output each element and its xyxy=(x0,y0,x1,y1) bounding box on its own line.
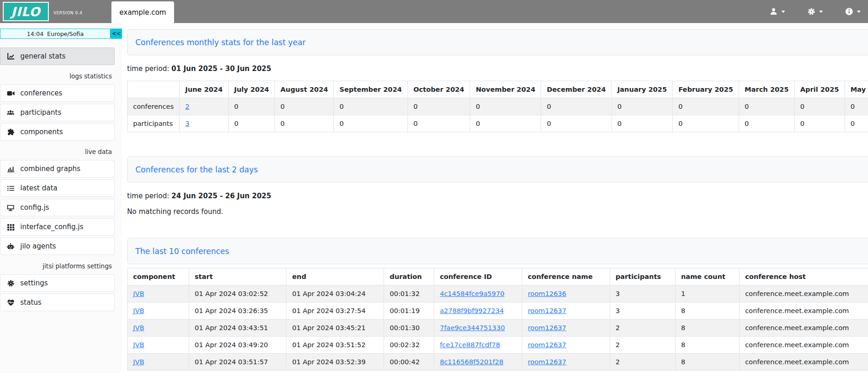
sidebar-item-label: jilo agents xyxy=(20,242,56,250)
sidebar-section-label: live data xyxy=(0,142,115,160)
caret-down-icon xyxy=(857,11,861,13)
desktop-icon xyxy=(6,204,15,212)
sidebar-item-conferences[interactable]: conferences xyxy=(0,84,115,102)
cell-link[interactable]: JVB xyxy=(133,341,144,349)
column-header: May 2025 xyxy=(845,81,868,98)
cell-link[interactable]: 3 xyxy=(185,120,189,127)
column-header: name count xyxy=(675,268,739,285)
section-title-link[interactable]: The last 10 conferences xyxy=(135,247,229,256)
gear-icon xyxy=(807,7,816,16)
column-header: participants xyxy=(610,268,675,285)
settings-menu-button[interactable] xyxy=(807,7,823,16)
column-header: June 2024 xyxy=(180,81,228,98)
column-header: September 2024 xyxy=(334,81,408,98)
table-cell: JVB xyxy=(128,320,189,337)
table-cell: 3 xyxy=(610,285,675,302)
sidebar-item-components[interactable]: components xyxy=(0,123,115,141)
column-header xyxy=(128,81,180,98)
cell-link[interactable]: 8c116568f5201f28 xyxy=(440,358,503,366)
table-cell: 8 xyxy=(675,337,739,354)
table-row: JVB01 Apr 2024 03:43:5101 Apr 2024 03:45… xyxy=(128,320,868,337)
time-period-value: 01 Jun 2025 - 30 Jun 2025 xyxy=(171,65,271,73)
table-cell: 01 Apr 2024 03:49:20 xyxy=(189,337,286,354)
table-cell: 2 xyxy=(610,320,675,337)
column-header: conference name xyxy=(522,268,610,285)
section-header-last-2-days: Conferences for the last 2 days xyxy=(127,156,868,183)
sidebar-item-label: participants xyxy=(20,108,61,117)
info-menu-button[interactable] xyxy=(845,7,861,16)
section-title-link[interactable]: Conferences for the last 2 days xyxy=(135,165,258,174)
table-cell: 1 xyxy=(675,285,739,302)
table-cell: 0 xyxy=(334,98,408,115)
table-cell: fce17ce887fcdf78 xyxy=(434,337,522,354)
user-menu-button[interactable] xyxy=(769,7,785,16)
sidebar-item-settings[interactable]: settings xyxy=(0,274,115,292)
users-icon xyxy=(6,109,15,117)
sidebar-item-jilo-agents[interactable]: jilo agents xyxy=(0,237,115,255)
no-records-message: No matching records found. xyxy=(127,207,868,216)
sidebar-item-interface-config-js[interactable]: interface_config.js xyxy=(0,218,115,236)
table-cell: 8c116568f5201f28 xyxy=(434,354,522,371)
cell-link[interactable]: room12637 xyxy=(528,341,566,349)
column-header: August 2024 xyxy=(275,81,334,98)
table-cell: room12636 xyxy=(522,285,610,302)
table-header-row: June 2024 July 2024 August 2024 Septembe… xyxy=(128,81,868,98)
cell-link[interactable]: 2 xyxy=(185,103,189,110)
cell-link[interactable]: a2788f9bf9927234 xyxy=(440,307,504,314)
sidebar-item-config-js[interactable]: config.js xyxy=(0,199,115,216)
column-header: April 2025 xyxy=(794,81,845,98)
sidebar-item-participants[interactable]: participants xyxy=(0,104,115,121)
sidebar-item-label: general stats xyxy=(20,52,65,60)
table-row: JVB01 Apr 2024 03:49:2001 Apr 2024 03:51… xyxy=(128,337,868,354)
table-cell: 00:02:32 xyxy=(384,337,434,354)
sidebar-collapse-button[interactable]: << xyxy=(111,29,122,39)
sidebar-item-general-stats[interactable]: general stats xyxy=(0,47,115,65)
section-header-last-10-conferences: The last 10 conferences xyxy=(127,238,868,264)
table-cell: room12637 xyxy=(522,337,610,354)
main-content: Conferences monthly stats for the last y… xyxy=(122,23,868,373)
column-header: February 2025 xyxy=(673,81,739,98)
cell-link[interactable]: room12636 xyxy=(528,290,566,297)
table-cell: 0 xyxy=(408,115,470,132)
time-period-last-2-days: time period: 24 Jun 2025 - 26 Jun 2025 xyxy=(127,192,868,200)
table-cell: 0 xyxy=(845,98,868,115)
table-cell: 0 xyxy=(275,115,334,132)
table-cell: 2 xyxy=(610,337,675,354)
cell-link[interactable]: room12637 xyxy=(528,358,566,366)
table-row: JVB01 Apr 2024 03:02:5201 Apr 2024 03:04… xyxy=(128,285,868,302)
sidebar-item-combined-graphs[interactable]: combined graphs xyxy=(0,160,115,178)
app-logo[interactable]: JILO xyxy=(3,2,49,21)
cell-link[interactable]: JVB xyxy=(133,358,144,366)
platform-tab[interactable]: example.com xyxy=(111,1,174,23)
table-cell: 8 xyxy=(675,320,739,337)
table-row: conferences2000000000000 xyxy=(128,98,868,115)
sidebar-item-latest-data[interactable]: latest data xyxy=(0,179,115,197)
table-cell: 0 xyxy=(794,98,845,115)
table-cell: room12637 xyxy=(522,302,610,320)
table-cell: JVB xyxy=(128,285,189,302)
table-cell: 01 Apr 2024 03:52:39 xyxy=(286,354,384,371)
table-row: participants3000000000000 xyxy=(128,115,868,132)
table-cell: 0 xyxy=(673,98,739,115)
cell-link[interactable]: JVB xyxy=(133,307,144,314)
table-cell: conferences xyxy=(128,98,180,115)
sidebar-item-label: status xyxy=(20,298,41,307)
cell-link[interactable]: 7fae9ce344751330 xyxy=(440,324,505,332)
column-header: duration xyxy=(384,268,434,285)
section-title-link[interactable]: Conferences monthly stats for the last y… xyxy=(135,38,306,47)
cell-link[interactable]: fce17ce887fcdf78 xyxy=(440,341,500,349)
cell-link[interactable]: room12637 xyxy=(528,324,566,332)
time-period-label: time period: xyxy=(127,65,169,73)
sidebar-item-status[interactable]: status xyxy=(0,294,115,311)
table-cell: JVB xyxy=(128,337,189,354)
table-cell: conference.meet.example.com xyxy=(740,285,868,302)
sidebar-section-label: jitsi platforms settings xyxy=(0,257,115,274)
table-cell: participants xyxy=(128,115,180,132)
cell-link[interactable]: room12637 xyxy=(528,307,566,314)
platform-tab-label: example.com xyxy=(119,8,166,17)
cell-link[interactable]: 4c14584fce9a5970 xyxy=(440,290,504,297)
cell-link[interactable]: JVB xyxy=(133,290,144,297)
last-conferences-table: component start end duration conference … xyxy=(127,268,868,371)
cell-link[interactable]: JVB xyxy=(133,324,144,332)
chart-line-icon xyxy=(6,53,15,60)
